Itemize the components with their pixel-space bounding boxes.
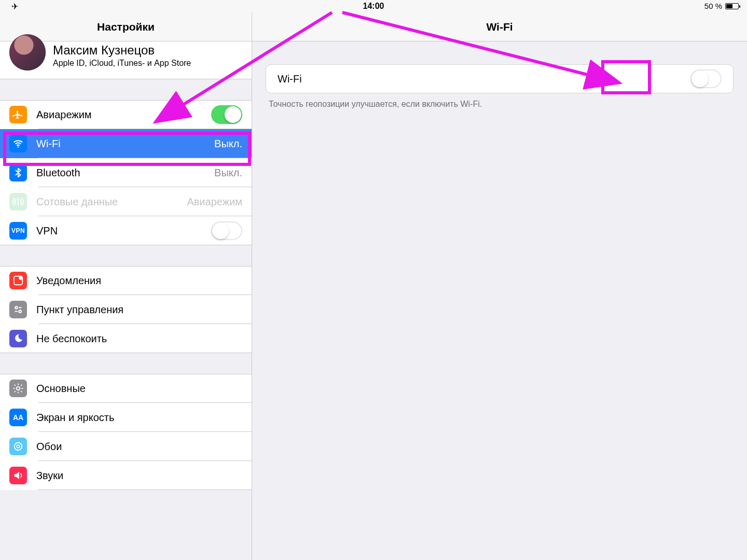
sidebar-item-sounds[interactable]: Звуки xyxy=(0,461,252,490)
general-label: Основные xyxy=(36,383,242,395)
battery-icon xyxy=(725,3,739,9)
sidebar-item-notifications[interactable]: Уведомления xyxy=(0,266,252,295)
sounds-label: Звуки xyxy=(36,470,242,482)
avatar xyxy=(9,34,46,71)
detail-header: Wi-Fi xyxy=(252,12,747,41)
svg-point-4 xyxy=(19,310,21,313)
display-label: Экран и яркость xyxy=(36,412,242,424)
airplane-toggle[interactable] xyxy=(211,105,242,124)
general-icon xyxy=(9,380,27,397)
wifi-icon xyxy=(9,135,27,152)
wifi-toggle[interactable] xyxy=(690,69,722,88)
wifi-footer-text: Точность геопозиции улучшается, если вкл… xyxy=(266,93,734,109)
sidebar-item-display[interactable]: AA Экран и яркость xyxy=(0,403,252,432)
wallpaper-icon xyxy=(9,438,27,455)
wifi-setting-row[interactable]: Wi-Fi xyxy=(266,64,734,93)
controlcenter-label: Пункт управления xyxy=(36,304,242,316)
cellular-value: Авиарежим xyxy=(187,196,242,208)
svg-point-2 xyxy=(19,276,22,279)
account-name: Максим Кузнецов xyxy=(53,43,191,58)
controlcenter-icon xyxy=(9,301,27,318)
account-subtitle: Apple ID, iCloud, iTunes- и App Store xyxy=(53,59,191,68)
status-time: 14:00 xyxy=(0,2,747,11)
wifi-label: Wi-Fi xyxy=(36,138,214,150)
wallpaper-label: Обои xyxy=(36,441,242,453)
vpn-label: VPN xyxy=(36,225,211,237)
svg-point-3 xyxy=(15,306,18,309)
cellular-icon xyxy=(9,193,27,211)
dnd-icon xyxy=(9,330,27,347)
bluetooth-label: Bluetooth xyxy=(36,167,214,179)
airplane-icon xyxy=(9,106,27,123)
svg-point-0 xyxy=(18,146,19,148)
vpn-toggle[interactable] xyxy=(211,221,242,240)
sidebar-item-airplane[interactable]: Авиарежим xyxy=(0,100,252,129)
detail-pane: Wi-Fi Wi-Fi Точность геопозиции улучшает… xyxy=(252,12,747,560)
sidebar-item-cellular: Сотовые данные Авиарежим xyxy=(0,187,252,216)
battery-percent: 50 % xyxy=(704,2,722,10)
bluetooth-icon xyxy=(9,164,27,181)
sidebar-item-wifi[interactable]: Wi-Fi Выкл. xyxy=(0,129,252,158)
detail-title: Wi-Fi xyxy=(486,21,513,33)
dnd-label: Не беспокоить xyxy=(36,333,242,345)
airplane-label: Авиарежим xyxy=(36,109,211,121)
vpn-icon: VPN xyxy=(9,222,27,240)
sidebar-item-vpn[interactable]: VPN VPN xyxy=(0,216,252,245)
status-bar: ✈︎ 14:00 50 % xyxy=(0,0,747,12)
sounds-icon xyxy=(9,467,27,484)
sidebar-title: Настройки xyxy=(97,21,155,33)
sidebar-item-dnd[interactable]: Не беспокоить xyxy=(0,324,252,353)
sidebar-item-general[interactable]: Основные xyxy=(0,374,252,403)
svg-point-5 xyxy=(17,387,20,390)
settings-sidebar: Настройки Максим Кузнецов Apple ID, iClo… xyxy=(0,12,252,560)
cellular-label: Сотовые данные xyxy=(36,196,187,208)
wifi-value: Выкл. xyxy=(214,138,242,150)
notifications-icon xyxy=(9,272,27,289)
sidebar-item-bluetooth[interactable]: Bluetooth Выкл. xyxy=(0,158,252,187)
bluetooth-value: Выкл. xyxy=(214,167,242,179)
notifications-label: Уведомления xyxy=(36,275,242,287)
sidebar-item-wallpaper[interactable]: Обои xyxy=(0,432,252,461)
apple-id-row[interactable]: Максим Кузнецов Apple ID, iCloud, iTunes… xyxy=(0,41,252,79)
wifi-setting-label: Wi-Fi xyxy=(278,73,302,85)
sidebar-item-controlcenter[interactable]: Пункт управления xyxy=(0,295,252,324)
svg-point-7 xyxy=(17,445,20,448)
display-icon: AA xyxy=(9,409,27,426)
